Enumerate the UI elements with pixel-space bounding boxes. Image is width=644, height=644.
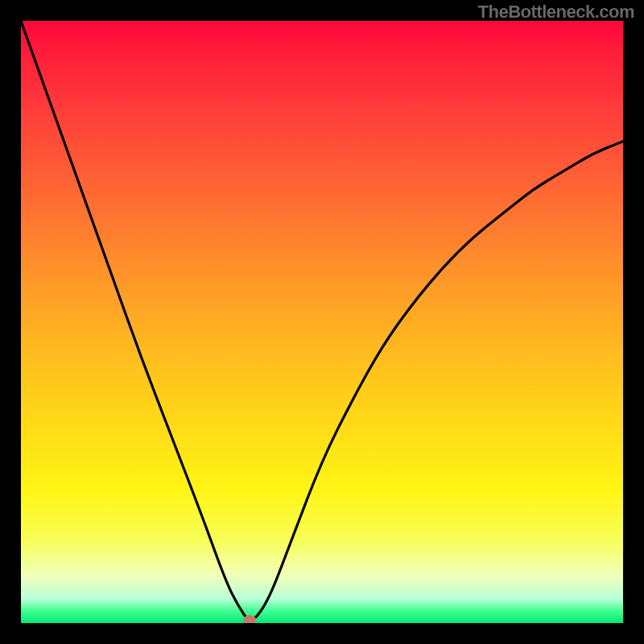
- bottleneck-curve: [21, 21, 623, 620]
- chart-container: TheBottleneck.com: [0, 0, 644, 644]
- curve-layer: [21, 21, 623, 623]
- plot-frame: [21, 21, 623, 623]
- attribution-label: TheBottleneck.com: [478, 2, 634, 23]
- plot-area: [21, 21, 623, 623]
